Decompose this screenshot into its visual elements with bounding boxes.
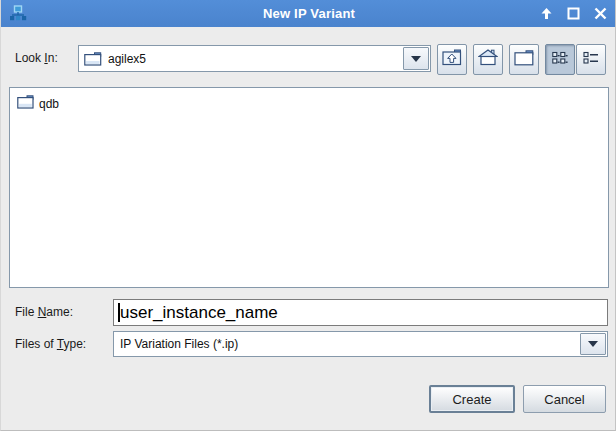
titlebar[interactable]: New IP Variant [1,0,616,27]
home-button[interactable] [473,44,503,75]
file-list[interactable]: qdb [9,87,609,288]
details-view-icon [583,51,599,69]
list-view-icon [552,51,568,69]
file-item-label: qdb [39,97,59,111]
file-name-field-wrap [113,299,608,326]
files-of-type-combobox[interactable]: IP Variation Files (*.ip) [113,331,608,357]
close-button[interactable] [592,6,608,22]
new-folder-button[interactable] [509,44,539,75]
files-of-type-value: IP Variation Files (*.ip) [120,337,238,351]
window-title: New IP Variant [1,6,616,21]
look-in-label: Look In: [15,45,58,72]
file-name-label: File Name: [15,299,73,325]
home-icon [478,49,498,70]
details-view-button[interactable] [576,44,606,75]
up-one-level-button[interactable] [437,44,467,75]
files-of-type-dropdown-button[interactable] [580,333,606,355]
look-in-combobox[interactable]: agilex5 [78,45,431,72]
list-item[interactable]: qdb [16,94,63,113]
create-button[interactable]: Create [429,385,515,413]
text-caret [118,303,120,322]
look-in-dropdown-button[interactable] [403,47,429,70]
chevron-down-icon [588,341,598,347]
chooser-toolbar [437,44,606,75]
cancel-button[interactable]: Cancel [523,385,606,413]
new-folder-icon [514,50,534,70]
maximize-button[interactable] [565,6,581,22]
files-of-type-label: Files of Type: [15,331,86,357]
look-in-value: agilex5 [108,52,146,66]
folder-up-icon [442,49,462,70]
rollup-button[interactable] [538,6,554,22]
folder-icon [17,95,34,112]
file-name-input[interactable] [114,300,607,325]
folder-icon [84,52,102,66]
list-view-button[interactable] [545,44,575,75]
new-ip-variant-dialog: New IP Variant Look In: [0,0,616,431]
chevron-down-icon [411,56,421,62]
